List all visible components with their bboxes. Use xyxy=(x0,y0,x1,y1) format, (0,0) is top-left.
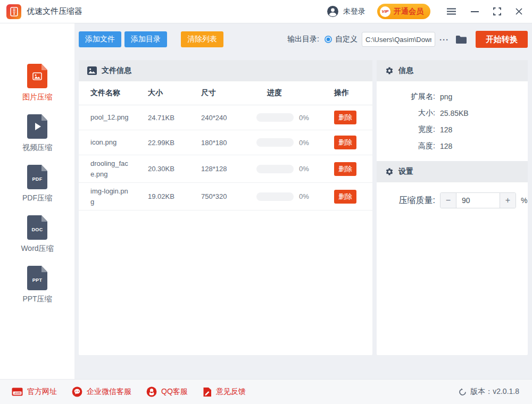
titlebar: 优速文件压缩器 未登录 VIP 开通会员 xyxy=(0,0,532,23)
open-folder-button[interactable] xyxy=(455,35,467,44)
pdf-file-icon: PDF xyxy=(27,165,47,189)
size-label: 大小: xyxy=(377,108,435,118)
delete-button[interactable]: 删除 xyxy=(334,111,356,124)
wechat-support-link[interactable]: 企业微信客服 xyxy=(72,386,131,397)
browse-more-button[interactable]: ··· xyxy=(439,35,449,44)
word-file-icon: DOC xyxy=(27,215,47,240)
sidebar-item-ppt-compress[interactable]: PPT PPT压缩 xyxy=(0,266,74,304)
progress-percent: 0% xyxy=(299,114,309,122)
hamburger-icon xyxy=(446,8,456,15)
settings-body: 压缩质量: − + % xyxy=(377,182,528,208)
output-dir-label: 输出目录: xyxy=(287,35,319,44)
sidebar-item-label: PDF压缩 xyxy=(22,193,52,203)
table-row: drooling_face.png 20.30KB 128*128 0% 删除 xyxy=(79,155,372,183)
size-value: 25.85KB xyxy=(440,109,469,117)
delete-button[interactable]: 删除 xyxy=(334,162,356,176)
website-icon: .com xyxy=(12,387,23,397)
sidebar: 图片压缩 视频压缩 PDF PDF压缩 DOC Word压缩 PPT PPT压缩 xyxy=(0,23,74,379)
version-info: 版本：v2.0.1.8 xyxy=(459,387,519,397)
version-text: 版本：v2.0.1.8 xyxy=(470,387,519,397)
quality-increase-button[interactable]: + xyxy=(500,193,516,208)
login-status: 未登录 xyxy=(343,7,365,16)
quality-stepper: − + xyxy=(440,192,516,208)
file-size: 22.99KB xyxy=(148,139,201,147)
clear-list-button[interactable]: 清除列表 xyxy=(181,31,223,47)
app-title: 优速文件压缩器 xyxy=(27,6,82,16)
col-progress: 进度 xyxy=(256,88,334,98)
add-directory-button[interactable]: 添加目录 xyxy=(124,31,167,47)
sidebar-item-label: Word压缩 xyxy=(21,244,53,254)
file-name: icon.png xyxy=(90,137,132,148)
open-vip-button[interactable]: VIP 开通会员 xyxy=(377,4,430,19)
sidebar-item-pdf-compress[interactable]: PDF PDF压缩 xyxy=(0,165,74,203)
col-size: 大小 xyxy=(148,88,201,98)
progress-percent: 0% xyxy=(299,165,309,173)
delete-button[interactable]: 删除 xyxy=(334,190,356,204)
custom-radio[interactable] xyxy=(325,36,332,43)
table-row: icon.png 22.99KB 180*180 0% 删除 xyxy=(79,130,372,155)
video-file-icon xyxy=(27,114,47,139)
minimize-button[interactable] xyxy=(471,11,479,13)
app-window: 优速文件压缩器 未登录 VIP 开通会员 xyxy=(0,0,532,404)
official-website-link[interactable]: .com 官方网址 xyxy=(12,387,57,397)
start-convert-button[interactable]: 开始转换 xyxy=(476,31,528,48)
width-label: 宽度: xyxy=(377,125,435,134)
qq-support-link[interactable]: QQ客服 xyxy=(146,386,188,397)
progress-bar xyxy=(256,192,294,201)
update-icon xyxy=(459,388,467,396)
ppt-file-icon: PPT xyxy=(27,266,47,290)
width-value: 128 xyxy=(440,125,452,134)
file-name: drooling_face.png xyxy=(90,158,132,179)
quality-input[interactable] xyxy=(456,193,500,208)
settings-title: 设置 xyxy=(398,167,413,176)
info-settings-panel: 信息 扩展名:png 大小:25.85KB 宽度:128 高度:128 设置 压… xyxy=(377,60,528,355)
image-file-icon xyxy=(27,64,47,88)
table-row: img-login.png 19.02KB 750*320 0% 删除 xyxy=(79,183,372,211)
menu-button[interactable] xyxy=(446,8,456,15)
delete-button[interactable]: 删除 xyxy=(334,136,356,149)
ext-value: png xyxy=(440,92,452,101)
progress-bar xyxy=(256,138,294,147)
file-name: pool_12.png xyxy=(90,112,132,123)
qq-icon xyxy=(146,386,157,397)
file-size: 20.30KB xyxy=(148,165,201,173)
sidebar-item-image-compress[interactable]: 图片压缩 xyxy=(0,64,74,102)
picture-icon xyxy=(87,66,97,75)
close-button[interactable] xyxy=(516,8,522,15)
sidebar-item-video-compress[interactable]: 视频压缩 xyxy=(0,114,74,153)
custom-radio-label: 自定义 xyxy=(335,35,358,44)
add-file-button[interactable]: 添加文件 xyxy=(79,31,121,47)
quality-decrease-button[interactable]: − xyxy=(440,193,456,208)
height-value: 128 xyxy=(440,142,452,150)
file-dimensions: 180*180 xyxy=(201,139,256,147)
progress-percent: 0% xyxy=(299,192,309,200)
col-operation: 操作 xyxy=(334,88,372,98)
feedback-link[interactable]: 意见反馈 xyxy=(203,387,246,397)
wechat-support-label: 企业微信客服 xyxy=(87,387,131,397)
sidebar-item-label: 视频压缩 xyxy=(22,143,52,153)
height-label: 高度: xyxy=(377,141,435,151)
col-file-name: 文件名称 xyxy=(90,88,148,98)
footer: .com 官方网址 企业微信客服 QQ客服 意见反馈 版本：v2.0.1.8 xyxy=(0,379,532,404)
file-size: 19.02KB xyxy=(148,192,201,200)
maximize-button[interactable] xyxy=(493,7,501,15)
app-logo-icon xyxy=(6,4,21,19)
sidebar-item-word-compress[interactable]: DOC Word压缩 xyxy=(0,215,74,254)
col-dimensions: 尺寸 xyxy=(201,88,256,98)
gear-icon xyxy=(385,167,394,176)
qq-support-label: QQ客服 xyxy=(161,387,188,397)
progress-bar xyxy=(256,113,294,122)
output-path-input[interactable] xyxy=(362,32,435,47)
file-info-panel: 文件信息 文件名称 大小 尺寸 进度 操作 pool_12.png 24.71K… xyxy=(79,60,372,355)
gear-icon xyxy=(385,66,394,75)
info-title: 信息 xyxy=(398,66,413,75)
file-dimensions: 240*240 xyxy=(201,114,256,122)
folder-icon xyxy=(455,35,467,44)
wechat-icon xyxy=(72,386,82,397)
user-account-button[interactable]: 未登录 xyxy=(327,5,365,18)
sidebar-item-label: 图片压缩 xyxy=(22,92,52,102)
main-area: 图片压缩 视频压缩 PDF PDF压缩 DOC Word压缩 PPT PPT压缩 xyxy=(0,23,532,379)
info-header: 信息 xyxy=(377,60,528,81)
settings-header: 设置 xyxy=(377,161,528,182)
vip-icon: VIP xyxy=(380,6,390,17)
